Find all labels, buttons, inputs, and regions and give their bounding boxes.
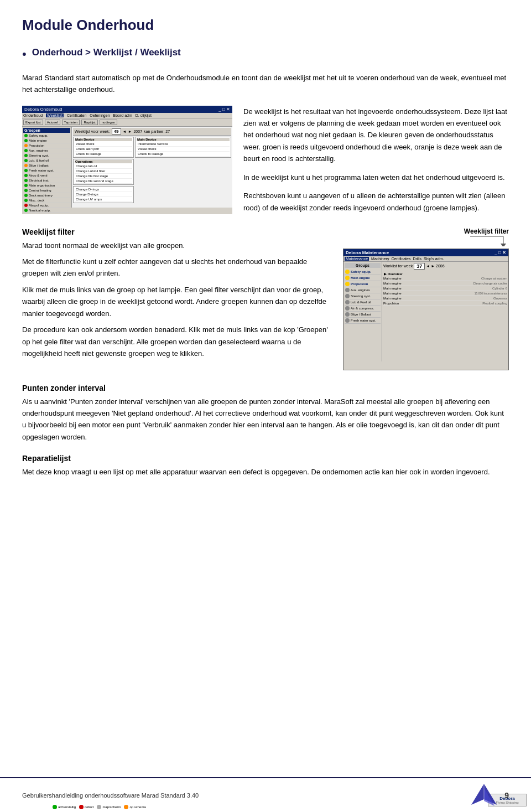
kan-partner: kan partner: 27: [144, 130, 170, 133]
sidebar-item-propulsion[interactable]: Propulsion: [23, 143, 70, 148]
sidebar-item-lub[interactable]: Lub. & fuel oil: [23, 158, 70, 163]
page-number: 9: [504, 791, 509, 800]
logo-svg: [470, 783, 498, 808]
sidebar-item-safety[interactable]: Safety equip.: [23, 133, 70, 138]
filter-heading: Weeklijst filter: [22, 227, 330, 236]
svg-marker-2: [501, 244, 506, 246]
sidebar-item-central[interactable]: Central heating: [23, 188, 70, 193]
task-right-3: Check to leakage: [137, 152, 230, 157]
toolbar-btn-3[interactable]: Teprinten: [62, 120, 80, 125]
task-row-2: Check alert pntr: [75, 147, 132, 152]
app2-item-safety[interactable]: Safety equip.: [345, 269, 381, 275]
groups-header: Groepen: [23, 128, 70, 133]
week-number2: 37: [414, 263, 425, 270]
content-block-3: Change D-rings Charge D-rings Change UV …: [73, 186, 134, 203]
gray-dot: [345, 288, 350, 292]
sidebar-item-main-engine[interactable]: Main engine: [23, 138, 70, 143]
sidebar-item-steering[interactable]: Steering syst.: [23, 153, 70, 158]
sidebar-item-main-org[interactable]: Main organisation: [23, 183, 70, 188]
sidebar-item-electrical[interactable]: Electrical inst.: [23, 178, 70, 183]
app2-menu-ships[interactable]: Ship's adm.: [424, 257, 444, 261]
sidebar-item-fresh[interactable]: Fresh water syst.: [23, 168, 70, 173]
svg-marker-4: [484, 788, 494, 806]
side-text: De weeklijst is het resultaat van het in…: [243, 106, 509, 214]
filter-para4: De procedure kan ook andersom worden ben…: [22, 324, 330, 359]
app2-item-air[interactable]: Air & compress.: [345, 306, 381, 312]
year1: 2007: [133, 130, 142, 133]
app2-main: Worklist for week 37 ◄ ► 2006 ▶ Overview…: [382, 262, 508, 361]
sidebar-item-bilge[interactable]: Bilge / ballast: [23, 163, 70, 168]
filter-screenshot: Weeklijst filter Debora Maintenance _ □ …: [343, 227, 509, 370]
app-titlebar1: Debora Onderhoud _ □ ✕: [22, 106, 232, 113]
menu-d-clijkijst[interactable]: D. clijkijst: [136, 113, 152, 117]
task-name-10: Change UV amps: [76, 198, 102, 201]
sidebar-item-nautical[interactable]: Nautical equip.: [23, 208, 70, 213]
task-row-3: Check to leakage: [75, 152, 132, 157]
nav-prev[interactable]: ◄: [123, 130, 127, 133]
task-row-5: Change Lub/oil filter: [75, 169, 132, 174]
app2-item-lub[interactable]: Lub & Fuel oil: [345, 299, 381, 306]
description1: De weeklijst is het resultaat van het in…: [243, 106, 509, 165]
app2-item-propulsion[interactable]: Propulsion: [345, 281, 381, 287]
gray-dot: [345, 300, 350, 304]
app2-item-steering[interactable]: Steering syst.: [345, 293, 381, 299]
app2-menu-drills[interactable]: Drills: [413, 257, 421, 261]
app2-main-label: Main engine: [351, 276, 370, 280]
task2-task-3: Cylinder 6: [492, 287, 507, 290]
sidebar-item-airco[interactable]: Airco & venti: [23, 173, 70, 178]
content-right1: Main Device Intermediate Service Visual …: [135, 137, 231, 204]
app2-groups-header: Groups: [345, 263, 381, 268]
page-title: Module Onderhoud: [22, 17, 509, 34]
task2-row-2: Main engine Clean charge air cooler: [383, 281, 507, 286]
app2-menu-certificates[interactable]: Certificates: [391, 257, 410, 261]
task-row-1: Visual check: [75, 142, 132, 147]
app2-item-fresh[interactable]: Fresh water syst.: [345, 318, 381, 324]
toolbar-btn-4[interactable]: Rapitijst: [81, 120, 97, 125]
app2-menu-machinery[interactable]: Machinery: [371, 257, 389, 261]
task2-task-5: Governor: [493, 297, 507, 300]
task-row-7: Change file second stage: [75, 179, 132, 184]
app2-menu-maintenance[interactable]: Maintenance: [345, 257, 369, 261]
dot-green-icon: [24, 194, 28, 197]
menu-weeklijst[interactable]: Weeklijst: [46, 113, 64, 117]
win-controls1: _ □ ✕: [218, 107, 230, 112]
menu-onderhoud[interactable]: Onderhoud: [23, 113, 43, 117]
content-area1: Main Device Visual check Check alert pnt…: [73, 137, 231, 204]
task2-group-3: Main engine: [383, 287, 402, 290]
nav-next[interactable]: ►: [128, 130, 132, 133]
dot-green-icon: [24, 179, 28, 182]
menu-certificaten[interactable]: Certificaten: [67, 113, 86, 117]
toolbar-btn-5[interactable]: nodiegen: [100, 120, 118, 125]
app2-fresh-label: Fresh water syst.: [351, 319, 376, 322]
filter-text: Weeklijst filter Marad toont normaal de …: [22, 227, 330, 370]
task-name-1: Visual check: [76, 142, 95, 146]
menu-boord-adm[interactable]: Boord adm: [113, 113, 132, 117]
nav2-prev[interactable]: ◄: [426, 264, 430, 268]
punten-text: Als u aanvinkt 'Punten zonder interval' …: [22, 396, 509, 443]
menu-oefeningen[interactable]: Oefeningen: [90, 113, 110, 117]
app2-item-main[interactable]: Main engine: [345, 275, 381, 281]
app2-item-aux[interactable]: Aux. engines: [345, 287, 381, 293]
sidebar-item-misc[interactable]: Misc. deck: [23, 198, 70, 203]
app2-propulsion-label: Propulsion: [351, 282, 368, 286]
task2-row-5: Main engine Governor: [383, 296, 507, 301]
app2-item-bilge[interactable]: Bilge / Ballast: [345, 312, 381, 318]
sidebar-item-marpol[interactable]: Marpol equip.: [23, 203, 70, 208]
punten-section: Punten zonder interval Als u aanvinkt 'P…: [22, 384, 509, 443]
dot-green-icon: [24, 174, 28, 177]
app-content1: Weeklijst voor week: 49 ◄ ► 2007 kan par…: [72, 127, 232, 208]
nav2-next[interactable]: ►: [431, 264, 435, 268]
task-name-8: Change D-rings: [76, 188, 99, 191]
toolbar-btn-1[interactable]: Export lijst: [23, 120, 43, 125]
app2-safety-label: Safety equip.: [351, 270, 371, 273]
gray-dot: [345, 312, 350, 317]
app2-sidebar: Groups Safety equip. Main engine Propuls…: [343, 262, 382, 361]
dot-green-icon: [24, 154, 28, 157]
footer-right: 9: [470, 783, 509, 808]
sidebar-item-aux[interactable]: Aux. engines: [23, 148, 70, 153]
task2-row-1: Main engine Charge at system: [383, 276, 507, 281]
app2-aux-label: Aux. engines: [351, 288, 370, 292]
toolbar-btn-2[interactable]: Actueel: [45, 120, 60, 125]
sidebar-item-deck[interactable]: Deck machinery: [23, 193, 70, 198]
content-header: Main Device: [75, 138, 132, 141]
